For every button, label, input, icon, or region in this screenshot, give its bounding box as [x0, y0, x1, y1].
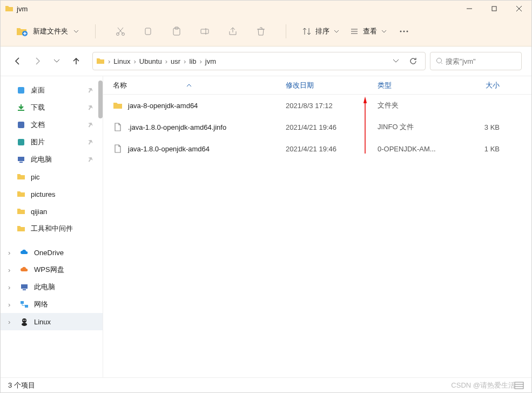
file-row[interactable]: java-8-openjdk-amd642021/8/3 17:12文件夹	[103, 95, 531, 116]
refresh-icon[interactable]	[409, 57, 417, 65]
new-folder-icon	[16, 25, 28, 37]
back-button[interactable]	[10, 54, 25, 69]
svg-rect-17	[21, 284, 28, 289]
svg-rect-12	[18, 87, 24, 94]
window-title: jvm	[17, 5, 28, 13]
sidebar-label: 网络	[34, 299, 48, 309]
chevron-down-icon[interactable]	[393, 58, 399, 64]
sidebar-tree-item[interactable]: ›Linux	[1, 313, 103, 330]
file-name: .java-1.8.0-openjdk-amd64.jinfo	[128, 123, 226, 131]
folder-icon	[96, 57, 105, 65]
svg-point-11	[437, 58, 442, 63]
svg-rect-0	[492, 6, 496, 11]
svg-rect-26	[515, 382, 523, 389]
svg-rect-15	[18, 157, 24, 161]
sidebar-item[interactable]: 下载	[1, 99, 103, 116]
chevron-right-icon: ›	[8, 249, 15, 257]
column-headers: 名称 修改日期 类型 大小	[103, 76, 531, 95]
sidebar-label: qijian	[31, 208, 47, 216]
sidebar-label: 文档	[31, 120, 45, 130]
view-icon	[350, 27, 359, 36]
minimize-button[interactable]	[457, 1, 482, 17]
view-button[interactable]: 查看	[350, 26, 387, 36]
sort-icon	[302, 27, 311, 36]
sidebar-item[interactable]: 文档	[1, 116, 103, 134]
sidebar-item[interactable]: 图片	[1, 134, 103, 151]
paste-button[interactable]	[170, 25, 183, 38]
address-bar[interactable]: › Linux› Ubuntu› usr› lib› jvm	[92, 52, 426, 70]
chevron-right-icon: ›	[107, 57, 111, 65]
new-folder-label: 新建文件夹	[33, 26, 68, 36]
crumb[interactable]: Linux	[111, 57, 132, 65]
svg-rect-19	[21, 301, 24, 304]
chevron-right-icon: ›	[8, 283, 15, 291]
sidebar-item[interactable]: qijian	[1, 203, 103, 220]
sidebar-label: WPS网盘	[34, 265, 64, 275]
sidebar-item[interactable]: 此电脑	[1, 151, 103, 168]
sidebar-tree-item[interactable]: ›此电脑	[1, 278, 103, 296]
maximize-button[interactable]	[482, 1, 507, 17]
cut-button[interactable]	[114, 25, 127, 38]
file-row[interactable]: .java-1.8.0-openjdk-amd64.jinfo2021/4/21…	[103, 116, 531, 138]
chevron-right-icon: ›	[8, 301, 15, 309]
sidebar: 桌面下载文档图片此电脑picpicturesqijian工具和中间件 ›OneD…	[1, 76, 103, 377]
forward-button[interactable]	[30, 54, 45, 69]
search-icon	[436, 57, 442, 65]
more-button[interactable]	[398, 25, 410, 38]
crumb[interactable]: jvm	[203, 57, 218, 65]
sidebar-tree-item[interactable]: ›OneDrive	[1, 244, 103, 261]
sidebar-label: 工具和中间件	[31, 224, 73, 234]
col-type[interactable]: 类型	[378, 81, 462, 90]
svg-rect-14	[18, 139, 24, 145]
sidebar-item[interactable]: 工具和中间件	[1, 220, 103, 237]
delete-button[interactable]	[254, 25, 267, 38]
crumb[interactable]: Ubuntu	[137, 57, 164, 65]
file-pane: 名称 修改日期 类型 大小 java-8-openjdk-amd642021/8…	[103, 76, 531, 377]
share-button[interactable]	[226, 25, 239, 38]
chevron-down-icon	[334, 29, 339, 34]
svg-rect-16	[19, 162, 23, 163]
sort-button[interactable]: 排序	[302, 26, 339, 36]
sidebar-label: 下载	[31, 103, 45, 112]
scrollbar[interactable]	[98, 81, 103, 118]
svg-rect-18	[23, 289, 26, 290]
svg-rect-7	[201, 29, 208, 34]
sidebar-tree-item[interactable]: ›WPS网盘	[1, 261, 103, 278]
crumb[interactable]: usr	[169, 57, 183, 65]
sidebar-item[interactable]: pictures	[1, 185, 103, 203]
sidebar-label: 此电脑	[34, 282, 55, 292]
file-size: 3 KB	[462, 123, 500, 131]
details-view-icon[interactable]	[514, 382, 524, 389]
up-button[interactable]	[69, 54, 84, 69]
svg-point-9	[403, 31, 405, 32]
close-button[interactable]	[507, 1, 531, 17]
svg-point-8	[400, 31, 402, 32]
view-label: 查看	[363, 26, 377, 36]
new-folder-button[interactable]: 新建文件夹	[10, 22, 84, 41]
rename-button[interactable]	[198, 25, 211, 38]
nav-row: › Linux› Ubuntu› usr› lib› jvm	[1, 46, 531, 76]
file-date: 2021/4/21 19:46	[286, 145, 378, 153]
sidebar-item[interactable]: 桌面	[1, 82, 103, 99]
recent-button[interactable]	[49, 54, 64, 69]
sidebar-label: pic	[31, 173, 40, 181]
svg-rect-13	[18, 122, 24, 128]
sidebar-tree-item[interactable]: ›网络	[1, 296, 103, 313]
copy-button[interactable]	[142, 25, 155, 38]
chevron-down-icon	[381, 29, 387, 34]
search-box[interactable]	[430, 52, 522, 70]
search-input[interactable]	[446, 57, 516, 65]
chevron-right-icon: ›	[8, 266, 15, 274]
file-type: 0-OPENJDK-AM...	[378, 145, 462, 153]
col-size[interactable]: 大小	[462, 81, 500, 90]
col-name[interactable]: 名称	[113, 81, 286, 90]
crumb[interactable]: lib	[187, 57, 198, 65]
file-size: 1 KB	[462, 145, 500, 153]
svg-point-23	[23, 320, 24, 321]
col-date[interactable]: 修改日期	[286, 81, 378, 90]
watermark: CSDN @请热爱生活	[451, 381, 515, 390]
file-row[interactable]: java-1.8.0-openjdk-amd642021/4/21 19:460…	[103, 138, 531, 159]
sidebar-item[interactable]: pic	[1, 168, 103, 185]
separator	[286, 24, 286, 38]
sidebar-label: pictures	[31, 190, 56, 198]
